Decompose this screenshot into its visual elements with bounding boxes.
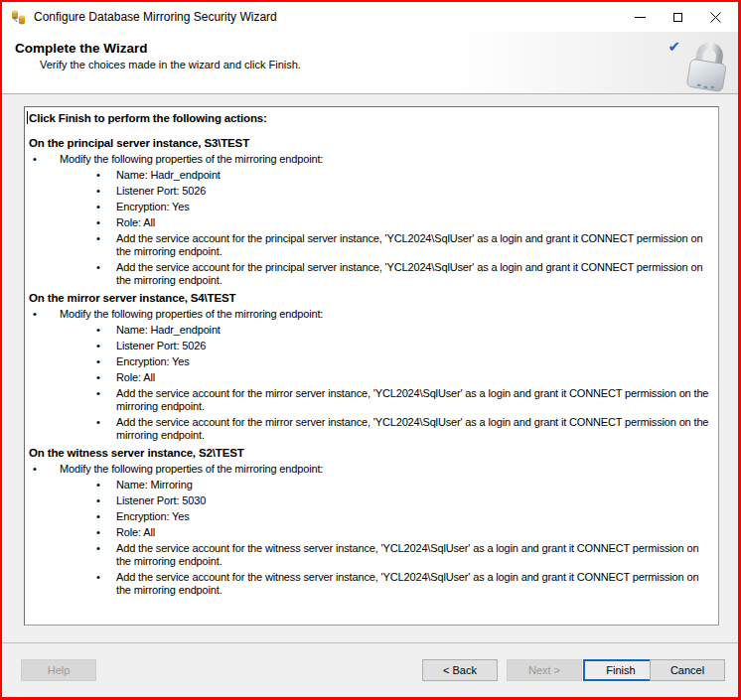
minimize-icon [635, 17, 646, 18]
main-area: Click Finish to perform the following ac… [2, 95, 738, 642]
wizard-header: Complete the Wizard Verify the choices m… [2, 32, 738, 94]
footer: Help < Back Next > Finish Cancel [2, 642, 738, 697]
section-heading: On the mirror server instance, S4\TEST [27, 292, 714, 305]
close-icon [710, 12, 721, 23]
list-item: Add the service account for the witness … [27, 542, 714, 568]
page-subtitle: Verify the choices made in the wizard an… [40, 59, 738, 70]
list-item: Add the service account for the witness … [27, 571, 714, 597]
check-icon: ✔ [667, 38, 680, 56]
summary-box[interactable]: Click Finish to perform the following ac… [24, 106, 719, 626]
window-title: Configure Database Mirroring Security Wi… [34, 10, 277, 24]
list-item: Encryption: Yes [27, 201, 714, 213]
list-item: Name: Mirroring [27, 479, 714, 491]
cancel-button[interactable]: Cancel [650, 659, 725, 681]
list-item: Modify the following properties of the m… [27, 463, 714, 476]
list-item: Encryption: Yes [27, 355, 714, 368]
list-item: Role: All [27, 526, 714, 539]
list-item: Add the service account for the mirror s… [27, 387, 714, 413]
list-item: Add the service account for the principa… [27, 232, 714, 258]
titlebar: Configure Database Mirroring Security Wi… [2, 2, 738, 32]
section-witness: On the witness server instance, S2\TEST … [27, 447, 714, 597]
list-item: Encryption: Yes [27, 510, 714, 523]
wizard-app-icon [10, 8, 28, 26]
list-item: Listener Port: 5030 [27, 494, 714, 507]
finish-button[interactable]: Finish [583, 659, 659, 681]
lock-icon [682, 35, 734, 94]
list-item: Name: Hadr_endpoint [27, 324, 714, 337]
list-item: Name: Hadr_endpoint [27, 169, 714, 182]
summary-intro: Click Finish to perform the following ac… [27, 112, 714, 125]
page-title: Complete the Wizard [15, 41, 738, 56]
section-heading: On the principal server instance, S3\TES… [27, 137, 714, 150]
list-item: Add the service account for the principa… [27, 261, 714, 287]
window-controls [621, 2, 734, 32]
section-mirror: On the mirror server instance, S4\TEST M… [27, 292, 714, 442]
list-item: Listener Port: 5026 [27, 340, 714, 352]
list-item: Modify the following properties of the m… [27, 308, 714, 321]
next-button: Next > [507, 659, 582, 681]
close-button[interactable] [696, 2, 734, 32]
list-item: Add the service account for the mirror s… [27, 416, 714, 442]
back-button[interactable]: < Back [422, 659, 498, 681]
section-heading: On the witness server instance, S2\TEST [27, 447, 714, 460]
help-button: Help [21, 659, 96, 681]
minimize-button[interactable] [621, 2, 659, 32]
text-caret [27, 111, 28, 124]
maximize-button[interactable] [659, 2, 696, 32]
list-item: Role: All [27, 371, 714, 384]
list-item: Role: All [27, 216, 714, 229]
maximize-icon [673, 13, 682, 22]
wizard-window: Configure Database Mirroring Security Wi… [0, 0, 741, 700]
list-item: Listener Port: 5026 [27, 185, 714, 198]
list-item: Modify the following properties of the m… [27, 153, 714, 166]
section-principal: On the principal server instance, S3\TES… [27, 137, 714, 287]
